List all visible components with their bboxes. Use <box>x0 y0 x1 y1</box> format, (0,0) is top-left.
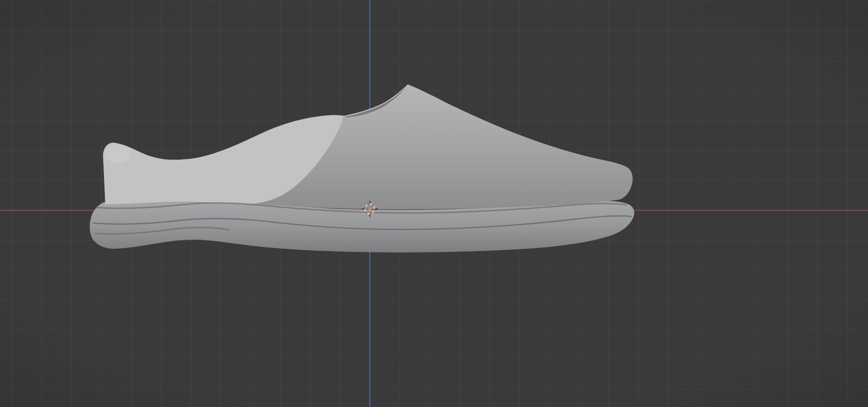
object-origin-dot <box>369 208 371 210</box>
viewport-canvas[interactable] <box>0 0 868 407</box>
viewport-vignette <box>0 0 868 407</box>
3d-viewport[interactable] <box>0 0 868 407</box>
